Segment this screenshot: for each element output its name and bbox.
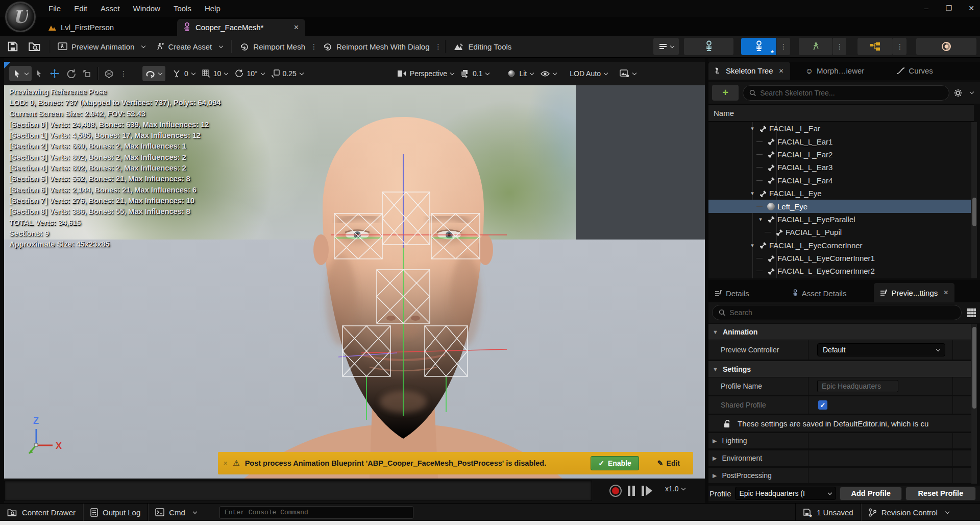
screenshot-button[interactable] <box>616 66 640 81</box>
camera-speed-button[interactable]: 0.1 <box>457 66 493 81</box>
tree-row-FACIAL_L_EyeCornerInner2[interactable]: FACIAL_L_EyeCornerInner2 <box>708 265 971 277</box>
view-mode-button[interactable]: Lit <box>504 66 537 81</box>
expand-icon[interactable]: ▶ <box>713 472 717 479</box>
panel-splitter[interactable] <box>705 58 708 503</box>
step-forward-button[interactable] <box>642 486 652 496</box>
shared-profile-checkbox[interactable]: ✓ <box>818 400 827 410</box>
expander-icon[interactable]: ▾ <box>748 125 756 132</box>
scale-tool-button[interactable] <box>79 66 94 81</box>
tab-skeleton-tree-close-icon[interactable]: ✕ <box>779 67 784 75</box>
category-lighting-collapsed[interactable]: ▶Lighting <box>708 433 971 448</box>
expand-icon[interactable]: ▶ <box>713 438 717 444</box>
content-drawer-button[interactable]: Content Drawer <box>0 504 83 521</box>
expander-icon[interactable]: ▾ <box>756 216 765 223</box>
menu-window[interactable]: Window <box>127 0 167 17</box>
tab-asset-details[interactable]: Asset Details <box>786 284 853 302</box>
reimport-options-icon[interactable]: ⋮ <box>310 44 317 49</box>
tree-row-FACIAL_L_EyeParallel[interactable]: ▾FACIAL_L_EyeParallel <box>708 213 971 226</box>
mode-mesh-button[interactable]: ★ <box>741 38 776 55</box>
save-button[interactable] <box>2 36 23 58</box>
enable-button[interactable]: ✓ Enable <box>591 456 639 470</box>
category-environment-collapsed[interactable]: ▶Environment <box>708 450 971 466</box>
warning-dismiss-icon[interactable]: ✕ <box>223 460 228 467</box>
tab-morph-previewer[interactable]: ☺ Morph…iewer <box>799 62 871 80</box>
gear-icon[interactable] <box>953 88 963 98</box>
expander-icon[interactable]: ▾ <box>748 242 756 249</box>
unsaved-button[interactable]: ★ 1 Unsaved <box>796 504 861 521</box>
tab-level-lvl-firstperson[interactable]: Lvl_FirstPerson <box>43 19 119 36</box>
category-animation[interactable]: ▼ Animation <box>708 324 971 340</box>
minimize-button[interactable]: – <box>919 2 934 15</box>
tab-skeleton-tree[interactable]: Skeleton Tree ✕ <box>708 62 790 80</box>
output-log-button[interactable]: Output Log <box>83 504 148 521</box>
profile-dropdown[interactable]: Epic Headquarters (I <box>735 487 837 500</box>
tree-row-FACIAL_L_Ear3[interactable]: FACIAL_L_Ear3 <box>708 161 971 174</box>
add-profile-button[interactable]: Add Profile <box>840 487 901 500</box>
blueprint-mode-options-icon[interactable]: ⋮ <box>893 38 906 55</box>
menu-asset[interactable]: Asset <box>94 0 127 17</box>
mode-physics-button[interactable] <box>916 38 976 55</box>
tree-row-FACIAL_L_EyeCornerInner[interactable]: ▾FACIAL_L_EyeCornerInner <box>708 239 971 252</box>
select-tool-button[interactable] <box>9 66 32 81</box>
projection-button[interactable]: Perspective <box>394 66 457 81</box>
reimport-mesh-button[interactable]: Reimport Mesh <box>234 36 310 58</box>
select-mode-button[interactable] <box>32 66 46 81</box>
skeleton-tree-search-input[interactable] <box>760 89 943 97</box>
rotation-space-button[interactable] <box>142 66 165 81</box>
timeline-track[interactable] <box>4 481 592 501</box>
expand-icon[interactable]: ▶ <box>713 455 717 462</box>
toolbar-overflow-button[interactable] <box>653 38 679 55</box>
tab-preview-settings[interactable]: Previe...ttings ✕ <box>874 283 954 302</box>
playback-speed-button[interactable]: x1.0 <box>665 485 685 493</box>
lod-button[interactable]: LOD Auto <box>566 66 611 81</box>
mode-animation-button[interactable] <box>799 38 832 55</box>
menu-file[interactable]: File <box>42 0 67 17</box>
category-settings[interactable]: ▼ Settings <box>708 361 971 377</box>
tree-row-FACIAL_L_Ear2[interactable]: FACIAL_L_Ear2 <box>708 148 971 161</box>
surface-snap-button[interactable]: 0 <box>169 66 199 81</box>
collapse-icon[interactable]: ▼ <box>713 329 718 335</box>
tab-details[interactable]: Details <box>708 284 755 302</box>
edit-button[interactable]: ✎ Edit <box>657 459 680 467</box>
tree-column-header[interactable]: Name <box>708 104 974 122</box>
tree-scrollbar-thumb[interactable] <box>972 198 976 226</box>
collapse-icon[interactable]: ▼ <box>713 366 718 372</box>
editing-tools-button[interactable]: Editing Tools <box>449 36 517 58</box>
restore-button[interactable]: ❐ <box>941 2 957 15</box>
console-command-field[interactable] <box>219 506 413 519</box>
character-bounds-button[interactable] <box>101 66 117 81</box>
tab-close-icon[interactable]: ✕ <box>293 23 299 31</box>
tree-row-FACIAL_L_EyeCornerInner1[interactable]: FACIAL_L_EyeCornerInner1 <box>708 252 971 265</box>
revision-control-button[interactable]: Revision Control <box>861 504 956 521</box>
tab-curves[interactable]: Curves <box>891 62 939 80</box>
animation-mode-options-icon[interactable]: ⋮ <box>833 38 846 55</box>
tree-row-Left_Eye[interactable]: Left_Eye <box>708 200 971 212</box>
settings-chevron-icon[interactable] <box>970 90 974 94</box>
tab-asset-cooper-facemesh[interactable]: Cooper_FaceMesh* ✕ <box>177 19 305 36</box>
add-bone-button[interactable]: + <box>712 85 739 101</box>
view-options-grid-icon[interactable] <box>967 308 976 318</box>
preview-controller-dropdown[interactable]: Default <box>817 343 945 356</box>
details-search[interactable] <box>712 305 962 320</box>
reimport-dialog-options-icon[interactable]: ⋮ <box>435 44 442 49</box>
expander-icon[interactable]: ▾ <box>748 190 756 197</box>
details-scrollbar-thumb[interactable] <box>972 327 976 409</box>
scale-snap-button[interactable]: 0.25 <box>268 66 307 81</box>
tab-preview-settings-close-icon[interactable]: ✕ <box>943 289 948 296</box>
tree-scrollbar[interactable] <box>971 122 977 278</box>
menu-tools[interactable]: Tools <box>167 0 198 17</box>
reset-profile-button[interactable]: Reset Profile <box>905 487 976 500</box>
mode-blueprint-button[interactable] <box>857 38 893 55</box>
tree-row-FACIAL_L_Ear1[interactable]: FACIAL_L_Ear1 <box>708 135 971 148</box>
close-button[interactable]: ✕ <box>964 2 979 15</box>
translate-tool-button[interactable] <box>46 66 63 81</box>
mode-skeleton-button[interactable] <box>684 38 733 55</box>
browse-to-asset-button[interactable] <box>23 36 46 58</box>
show-flags-button[interactable] <box>537 66 560 81</box>
viewport-options-icon[interactable]: ⋮ <box>120 71 127 76</box>
pause-button[interactable] <box>628 486 635 496</box>
tree-row-FACIAL_L_Pupil[interactable]: FACIAL_L_Pupil <box>708 226 971 238</box>
record-button[interactable] <box>609 485 622 497</box>
skeleton-tree-search[interactable] <box>743 85 949 101</box>
details-scrollbar[interactable] <box>971 324 977 484</box>
